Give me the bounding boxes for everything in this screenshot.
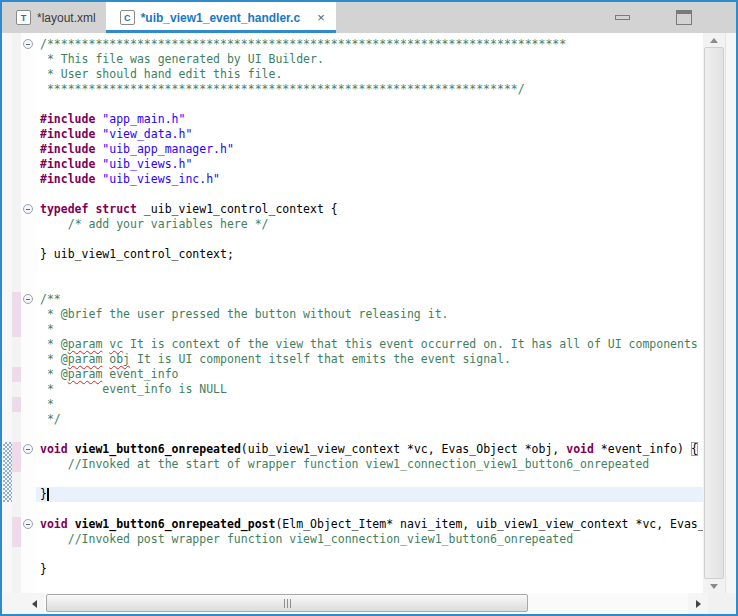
- code-line[interactable]: [36, 187, 703, 202]
- code-line[interactable]: *: [36, 322, 703, 337]
- code-line[interactable]: #include "app_main.h": [36, 112, 703, 127]
- code-line[interactable]: #include "uib_views.h": [36, 157, 703, 172]
- maximize-view-button[interactable]: [676, 2, 692, 33]
- tab-layout-xml[interactable]: T *layout.xml: [2, 2, 106, 33]
- code-line[interactable]: * @param event_info: [36, 367, 703, 382]
- code-line[interactable]: [36, 277, 703, 292]
- tab-uib-view1-event-handler[interactable]: C *uib_view1_event_handler.c ×: [106, 2, 336, 33]
- thumb-grip: [290, 599, 291, 608]
- code-token: "uib_app_manager.h": [102, 142, 234, 156]
- code-area[interactable]: /***************************************…: [36, 33, 703, 593]
- code-token: (Elm_Object_Item* navi_item, uib_view1_v…: [275, 517, 703, 531]
- code-line[interactable]: [36, 502, 703, 517]
- code-line[interactable]: } uib_view1_control_context;: [36, 247, 703, 262]
- code-line[interactable]: /**: [36, 292, 703, 307]
- code-token: (uib_view1_view_context *vc, Evas_Object…: [241, 442, 566, 456]
- code-line[interactable]: #include "uib_views_inc.h": [36, 172, 703, 187]
- code-token: "view_data.h": [102, 127, 192, 141]
- annotation-ruler[interactable]: [2, 33, 12, 593]
- code-line[interactable]: #include "view_data.h": [36, 127, 703, 142]
- text-cursor: [47, 488, 49, 501]
- fold-collapse-icon[interactable]: [23, 444, 33, 454]
- code-line[interactable]: * @brief the user pressed the button wit…: [36, 307, 703, 322]
- code-line[interactable]: #include "uib_app_manager.h": [36, 142, 703, 157]
- fold-collapse-icon[interactable]: [23, 519, 33, 529]
- code-line[interactable]: }: [36, 487, 703, 502]
- code-token: void: [40, 442, 68, 456]
- code-line[interactable]: * event_info is NULL: [36, 382, 703, 397]
- code-token: #include: [40, 157, 95, 171]
- code-token: view1_button6_onrepeated: [75, 442, 241, 456]
- code-line[interactable]: */: [36, 412, 703, 427]
- vertical-scrollbar-thumb[interactable]: [704, 47, 724, 579]
- scroll-left-arrow[interactable]: [24, 593, 44, 614]
- code-token: */: [40, 412, 61, 426]
- xml-file-icon: T: [16, 10, 31, 25]
- code-line[interactable]: //Invoked post wrapper function view1_co…: [36, 532, 703, 547]
- code-line[interactable]: /* add your variables here */: [36, 217, 703, 232]
- quick-diff-marker: [12, 457, 21, 472]
- code-token: * @: [40, 337, 68, 351]
- code-line[interactable]: *: [36, 397, 703, 412]
- misspelled-word: param: [68, 367, 103, 381]
- tab-label: *layout.xml: [37, 11, 96, 25]
- code-line[interactable]: [36, 472, 703, 487]
- code-line[interactable]: * This file was generated by UI Builder.: [36, 52, 703, 67]
- scrollbar-corner: [708, 593, 736, 614]
- code-token: "app_main.h": [102, 112, 185, 126]
- horizontal-scrollbar-thumb[interactable]: [46, 594, 528, 612]
- misspelled-word: vc: [109, 337, 123, 351]
- scroll-right-arrow[interactable]: [688, 593, 708, 614]
- code-line[interactable]: void view1_button6_onrepeated(uib_view1_…: [36, 442, 703, 457]
- code-line[interactable]: * @param obj It is UI component itself t…: [36, 352, 703, 367]
- code-token: [40, 457, 68, 471]
- code-token: }: [40, 562, 47, 576]
- code-token: /**: [40, 292, 61, 306]
- code-line[interactable]: /***************************************…: [36, 37, 703, 52]
- code-token: #include: [40, 112, 95, 126]
- code-line[interactable]: typedef struct _uib_view1_control_contex…: [36, 202, 703, 217]
- code-line[interactable]: [36, 427, 703, 442]
- code-line[interactable]: //Invoked at the start of wrapper functi…: [36, 457, 703, 472]
- scroll-down-arrow[interactable]: [703, 579, 725, 593]
- c-file-icon: C: [120, 10, 135, 25]
- code-line[interactable]: [36, 262, 703, 277]
- code-line[interactable]: [36, 577, 703, 592]
- fold-collapse-icon[interactable]: [23, 204, 33, 214]
- code-token: * This file was generated by UI Builder.: [40, 52, 324, 66]
- code-token: It is context of the view that this even…: [123, 337, 703, 351]
- quick-diff-marker: [12, 397, 21, 412]
- code-token: * @brief the user pressed the button wit…: [40, 307, 449, 321]
- code-token: /* add your variables here */: [68, 217, 269, 231]
- code-token: void: [566, 442, 594, 456]
- code-line[interactable]: * User should hand edit this file.: [36, 67, 703, 82]
- quick-diff-ruler: [12, 33, 21, 593]
- code-line[interactable]: [36, 547, 703, 562]
- minimize-view-button[interactable]: [615, 2, 630, 33]
- code-line[interactable]: ****************************************…: [36, 82, 703, 97]
- code-token: [40, 532, 68, 546]
- vertical-scrollbar[interactable]: [703, 33, 725, 593]
- scroll-up-arrow[interactable]: [703, 33, 725, 47]
- code-line[interactable]: void view1_button6_onrepeated_post(Elm_O…: [36, 517, 703, 532]
- code-line[interactable]: }: [36, 562, 703, 577]
- horizontal-scrollbar-track[interactable]: [44, 593, 688, 614]
- close-tab-icon[interactable]: ×: [314, 11, 328, 25]
- code-token: [40, 217, 68, 231]
- minimize-icon: [615, 15, 630, 20]
- code-token: #include: [40, 127, 95, 141]
- code-token: void: [40, 517, 68, 531]
- code-token: typedef struct: [40, 202, 137, 216]
- code-token: event_info: [102, 367, 178, 381]
- horizontal-scrollbar[interactable]: [2, 593, 736, 614]
- fold-collapse-icon[interactable]: [23, 294, 33, 304]
- code-token: [68, 442, 75, 456]
- thumb-grip: [287, 599, 288, 608]
- code-token: * @: [40, 352, 68, 366]
- code-token: "uib_views.h": [102, 157, 192, 171]
- code-line[interactable]: [36, 232, 703, 247]
- code-line[interactable]: * @param vc It is context of the view th…: [36, 337, 703, 352]
- fold-collapse-icon[interactable]: [23, 39, 33, 49]
- quick-diff-marker: [12, 322, 21, 337]
- code-line[interactable]: [36, 97, 703, 112]
